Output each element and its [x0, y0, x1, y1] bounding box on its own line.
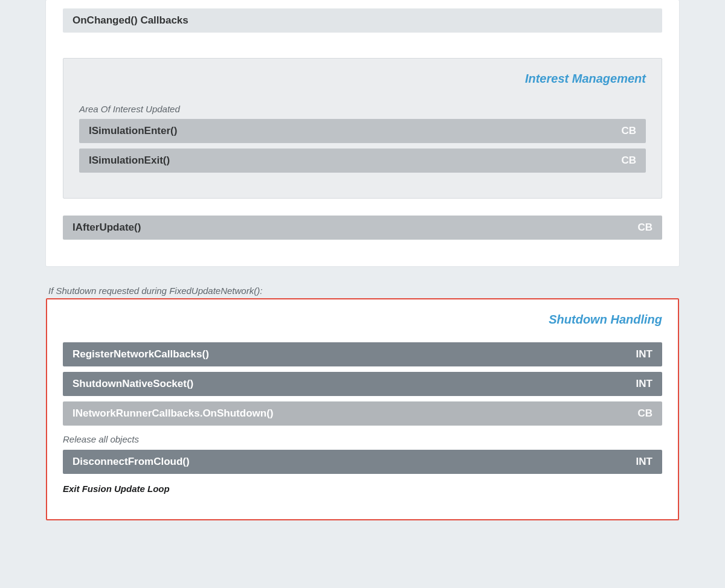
shutdownnativesocket-bar: ShutdownNativeSocket() INT: [63, 372, 662, 396]
shutdown-precondition-note: If Shutdown requested during FixedUpdate…: [48, 286, 679, 296]
iafterupdate-label: IAfterUpdate(): [72, 222, 141, 234]
registernetworkcallbacks-badge: INT: [636, 348, 652, 360]
isimulationenter-badge: CB: [621, 125, 636, 137]
shutdown-handling-title: Shutdown Handling: [63, 313, 662, 327]
interest-management-panel: Interest Management Area Of Interest Upd…: [63, 58, 662, 199]
isimulationexit-bar: ISimulationExit() CB: [79, 149, 646, 173]
isimulationexit-label: ISimulationExit(): [89, 155, 170, 167]
onchanged-callbacks-label: OnChanged() Callbacks: [72, 14, 188, 27]
interest-management-title: Interest Management: [79, 72, 646, 86]
onshutdown-bar: INetworkRunnerCallbacks.OnShutdown() CB: [63, 401, 662, 426]
isimulationexit-badge: CB: [621, 155, 636, 167]
aoi-updated-note: Area Of Interest Updated: [79, 104, 646, 114]
shutdown-handling-block: Shutdown Handling RegisterNetworkCallbac…: [46, 298, 679, 520]
onchanged-callbacks-bar: OnChanged() Callbacks: [63, 8, 662, 33]
shutdownnativesocket-label: ShutdownNativeSocket(): [72, 378, 193, 390]
disconnectfromcloud-label: DisconnectFromCloud(): [72, 456, 190, 468]
registernetworkcallbacks-bar: RegisterNetworkCallbacks() INT: [63, 342, 662, 366]
release-objects-note: Release all objects: [63, 434, 662, 444]
iafterupdate-bar: IAfterUpdate() CB: [63, 216, 662, 240]
shutdownnativesocket-badge: INT: [636, 378, 652, 390]
disconnectfromcloud-bar: DisconnectFromCloud() INT: [63, 450, 662, 474]
exit-loop-note: Exit Fusion Update Loop: [63, 484, 662, 494]
isimulationenter-bar: ISimulationEnter() CB: [79, 119, 646, 143]
disconnectfromcloud-badge: INT: [636, 456, 652, 468]
registernetworkcallbacks-label: RegisterNetworkCallbacks(): [72, 348, 209, 360]
iafterupdate-badge: CB: [637, 222, 652, 234]
upper-white-block: OnChanged() Callbacks Interest Managemen…: [46, 0, 679, 266]
onshutdown-badge: CB: [637, 407, 652, 420]
isimulationenter-label: ISimulationEnter(): [89, 125, 177, 137]
onshutdown-label: INetworkRunnerCallbacks.OnShutdown(): [72, 407, 273, 420]
